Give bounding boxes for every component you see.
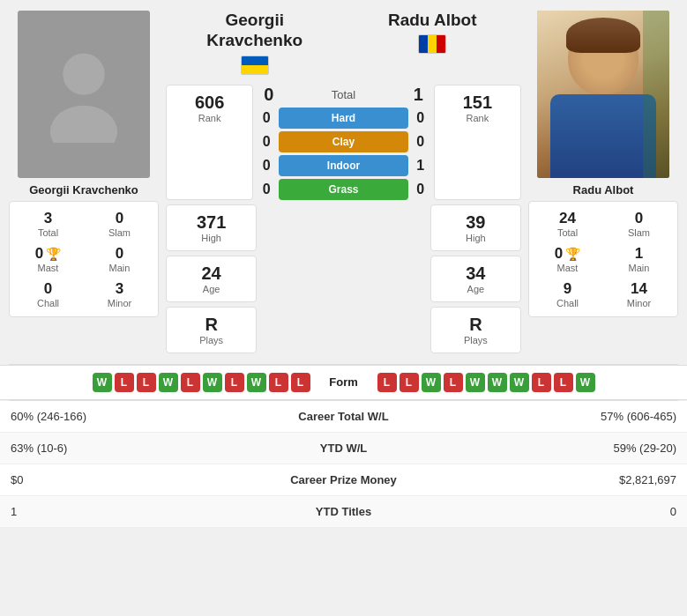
form-pill-left: W [159,373,178,392]
right-stat-chall: 9 Chall [533,278,602,311]
form-pill-right: L [444,373,463,392]
stat-right-val: 57% (606-465) [426,401,687,433]
center-spacer4 [261,307,426,353]
stat-left-val: 60% (246-166) [0,401,261,433]
form-pill-right: L [377,373,397,392]
stat-center-label: Career Total W/L [261,401,426,433]
left-player-panel: Georgii Kravchenko 3 Total 0 Slam 0 [9,11,159,353]
left-stat-main: 0 Main [85,242,154,276]
form-pill-right: L [554,373,573,392]
left-age-box: 24 Age [166,256,257,302]
center-panel: Georgii Kravchenko Radu Albot [166,11,521,353]
left-trophy-icon: 🏆 [46,247,61,261]
center-scores-col: 0 Total 1 0 Hard 0 0 Clay [258,85,429,200]
form-pill-right: W [466,373,485,392]
form-pill-right: W [510,373,529,392]
right-plays-box: R Plays [430,307,521,353]
right-stat-mast: 0 🏆 Mast [533,242,602,276]
stats-row: 1 YTD Titles 0 [0,495,687,527]
stats-table: 60% (246-166) Career Total W/L 57% (606-… [0,401,687,528]
right-flag [344,34,522,56]
surface-hard-btn[interactable]: Hard [279,108,408,129]
total-score-left: 0 [258,85,280,105]
form-pills-left: WLLWLWLWLL [9,373,310,392]
stat-center-label: Career Prize Money [261,464,426,495]
left-stat-slam: 0 Slam [85,207,154,241]
right-age-box: 34 Age [430,256,521,302]
form-pill-right: W [576,373,595,392]
surface-rows: 0 Hard 0 0 Clay 0 0 Indoor 1 [258,108,429,200]
total-score-label: Total [283,88,404,101]
surface-grass-btn[interactable]: Grass [279,179,408,200]
left-stat-total: 3 Total [13,207,83,241]
left-plays-box: R Plays [166,307,257,353]
left-stat-minor: 3 Minor [85,278,154,311]
form-pills-right: LLWLWWWLLW [377,373,679,392]
center-stats-row4: R Plays R Plays [166,307,521,353]
center-stats-row2: 371 High 39 High [166,204,521,251]
svg-point-0 [63,53,104,94]
form-pill-right: W [422,373,441,392]
right-stat-total: 24 Total [533,207,602,241]
form-pill-left: W [203,373,222,392]
stats-row: 63% (10-6) YTD W/L 59% (29-20) [0,432,687,464]
center-spacer2 [261,204,426,251]
surface-grass-row: 0 Grass 0 [258,179,429,200]
right-center-stats: 151 Rank [434,85,521,200]
center-left-name-line2: Kravchenko [166,31,344,51]
stat-center-label: YTD Titles [261,495,426,527]
svg-point-1 [50,106,117,143]
form-pill-left: L [291,373,310,392]
right-high-box: 39 High [430,204,521,251]
surface-indoor-row: 0 Indoor 1 [258,155,429,176]
right-trophy-icon: 🏆 [565,247,580,261]
stat-left-val: $0 [0,464,261,495]
stats-row: 60% (246-166) Career Total W/L 57% (606-… [0,401,687,433]
stat-left-val: 1 [0,495,261,527]
form-pill-left: L [269,373,288,392]
right-stat-minor: 14 Minor [604,278,674,311]
form-pill-left: W [247,373,266,392]
stat-left-val: 63% (10-6) [0,432,261,464]
left-rank-box: 606 Rank [167,85,252,130]
form-pill-left: L [137,373,156,392]
stat-right-val: 59% (29-20) [426,432,687,464]
stats-row: $0 Career Prize Money $2,821,697 [0,464,687,495]
center-right-name: Radu Albot [344,11,522,30]
left-flag [166,56,344,78]
left-stat-mast: 0 🏆 Mast [13,242,83,276]
left-player-stats: 3 Total 0 Slam 0 🏆 Mast [9,201,159,317]
form-pill-right: L [532,373,551,392]
surface-indoor-btn[interactable]: Indoor [279,155,408,176]
right-rank-box: 151 Rank [435,85,520,130]
form-label: Form [317,375,370,389]
center-right-name-block: Radu Albot [344,11,522,56]
surface-clay-row: 0 Clay 0 [258,131,429,152]
stat-right-val: $2,821,697 [426,464,687,495]
main-container: Georgii Kravchenko 3 Total 0 Slam 0 [0,0,687,528]
right-player-stats: 24 Total 0 Slam 0 🏆 Mast [528,201,678,317]
surface-clay-btn[interactable]: Clay [279,131,408,152]
left-high-box: 371 High [166,204,257,251]
players-names-row: Georgii Kravchenko Radu Albot [166,11,521,78]
right-stat-slam: 0 Slam [604,207,674,241]
total-score-right: 1 [407,85,429,105]
stat-right-val: 0 [426,495,687,527]
form-pill-left: W [93,373,112,392]
match-container: Georgii Kravchenko 3 Total 0 Slam 0 [0,0,687,364]
form-pill-right: W [488,373,507,392]
form-pill-left: L [225,373,244,392]
form-pill-left: L [115,373,134,392]
right-player-photo [537,11,669,178]
center-left-name-block: Georgii Kravchenko [166,11,344,78]
surface-hard-row: 0 Hard 0 [258,108,429,129]
left-player-name: Georgii Kravchenko [9,183,159,197]
left-stat-chall: 0 Chall [13,278,83,311]
form-pill-left: L [181,373,200,392]
left-player-photo [18,11,150,178]
right-stat-main: 1 Main [604,242,674,276]
center-left-name-line1: Georgii [166,11,344,31]
center-spacer3 [261,256,426,302]
left-center-stats: 606 Rank [166,85,253,200]
right-player-panel: Radu Albot 24 Total 0 Slam 0 🏆 [528,11,678,353]
